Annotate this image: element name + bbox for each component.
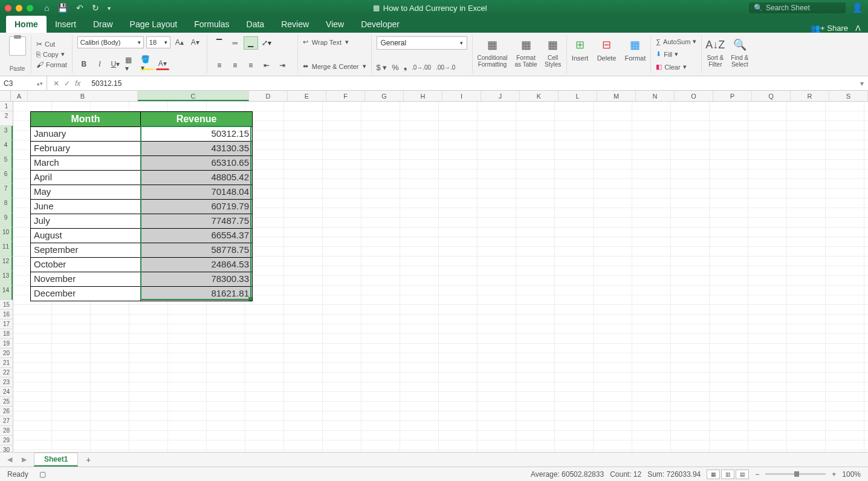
ribbon-tab-formulas[interactable]: Formulas	[186, 16, 238, 33]
row-header-18[interactable]: 18	[0, 329, 13, 339]
close-window-icon[interactable]	[5, 5, 11, 11]
ribbon-tab-review[interactable]: Review	[273, 16, 317, 33]
col-header-M[interactable]: M	[597, 91, 636, 101]
row-header-26[interactable]: 26	[0, 407, 13, 416]
align-left-icon[interactable]: ≡	[212, 59, 227, 72]
cell-month[interactable]: November	[31, 272, 141, 286]
increase-indent-icon[interactable]: ⇥	[275, 59, 290, 72]
col-header-S[interactable]: S	[829, 91, 868, 101]
autosum-button[interactable]: ∑ AutoSum ▾	[656, 36, 696, 47]
cell-revenue[interactable]: 81621.81	[141, 287, 252, 301]
format-button[interactable]: ▦Format	[624, 36, 646, 62]
col-header-C[interactable]: C	[138, 91, 249, 101]
cell-revenue[interactable]: 43130.35	[141, 142, 252, 155]
align-center-icon[interactable]: ≡	[228, 59, 242, 72]
search-sheet-input[interactable]: 🔍 Search Sheet	[749, 2, 846, 13]
row-header-23[interactable]: 23	[0, 378, 13, 387]
fill-button[interactable]: ⬇ Fill ▾	[656, 49, 696, 59]
insert-button[interactable]: ⊞Insert	[572, 36, 589, 62]
cell-revenue[interactable]: 70148.04	[141, 185, 252, 199]
cell-month[interactable]: December	[31, 287, 141, 301]
font-size-select[interactable]: 18▾	[146, 36, 170, 48]
col-header-A[interactable]: A	[11, 91, 28, 101]
name-box[interactable]: C3▴▾	[0, 76, 47, 90]
col-header-B[interactable]: B	[28, 91, 138, 101]
col-header-N[interactable]: N	[636, 91, 675, 101]
delete-button[interactable]: ⊟Delete	[597, 36, 617, 62]
row-header-9[interactable]: 9	[0, 213, 13, 227]
row-header-22[interactable]: 22	[0, 368, 13, 378]
cell-revenue[interactable]: 50312.15	[141, 127, 252, 141]
ribbon-tab-home[interactable]: Home	[6, 16, 47, 33]
row-header-21[interactable]: 21	[0, 358, 13, 368]
bold-button[interactable]: B	[77, 58, 91, 70]
cell-month[interactable]: January	[31, 127, 141, 141]
macro-record-icon[interactable]: ▢	[39, 470, 46, 479]
row-header-17[interactable]: 17	[0, 319, 13, 329]
row-header-5[interactable]: 5	[0, 155, 13, 169]
redo-icon[interactable]: ↻	[92, 3, 99, 13]
border-button[interactable]: ▦ ▾	[125, 58, 138, 70]
underline-button[interactable]: U ▾	[109, 58, 122, 70]
cell-month[interactable]: July	[31, 214, 141, 228]
formula-input[interactable]: 50312.15	[86, 79, 856, 88]
select-all-corner[interactable]	[0, 91, 11, 101]
fx-icon[interactable]: fx	[75, 79, 80, 88]
copy-button[interactable]: ⎘Copy ▾	[36, 50, 67, 59]
col-header-I[interactable]: I	[442, 91, 481, 101]
row-header-10[interactable]: 10	[0, 227, 13, 242]
currency-icon[interactable]: $ ▾	[377, 63, 387, 72]
cell-month[interactable]: April	[31, 171, 141, 185]
col-header-O[interactable]: O	[675, 91, 713, 101]
table-header-month[interactable]: Month	[31, 112, 141, 126]
row-header-25[interactable]: 25	[0, 397, 13, 407]
col-header-J[interactable]: J	[481, 91, 520, 101]
zoom-level[interactable]: 100%	[842, 470, 861, 479]
cell-revenue[interactable]: 66554.37	[141, 229, 252, 243]
paste-icon[interactable]	[9, 36, 26, 56]
enter-formula-icon[interactable]: ✓	[64, 79, 70, 88]
merge-center-button[interactable]: ⬌ Merge & Center ▾	[303, 61, 366, 72]
wrap-text-button[interactable]: ↩ Wrap Text ▾	[303, 36, 366, 48]
decrease-indent-icon[interactable]: ⇤	[259, 59, 274, 72]
number-format-select[interactable]: General▾	[377, 36, 467, 50]
home-icon[interactable]: ⌂	[44, 3, 49, 13]
ribbon-tab-view[interactable]: View	[317, 16, 352, 33]
percent-icon[interactable]: %	[392, 63, 399, 72]
conditional-formatting-button[interactable]: ▦Conditional Formatting	[478, 36, 508, 68]
zoom-out-icon[interactable]: −	[755, 470, 759, 479]
row-header-19[interactable]: 19	[0, 339, 13, 348]
sort-filter-button[interactable]: A↓ZSort & Filter	[707, 36, 724, 68]
normal-view-icon[interactable]: ▦	[707, 470, 720, 479]
col-header-G[interactable]: G	[365, 91, 404, 101]
format-as-table-button[interactable]: ▦Format as Table	[515, 36, 537, 68]
collapse-ribbon-icon[interactable]: ᐱ	[855, 24, 861, 33]
expand-formula-bar-icon[interactable]: ▾	[856, 79, 868, 88]
minimize-window-icon[interactable]	[16, 5, 22, 11]
comma-icon[interactable]: ❟	[404, 62, 407, 72]
zoom-slider[interactable]	[765, 473, 826, 475]
row-header-28[interactable]: 28	[0, 426, 13, 436]
col-header-F[interactable]: F	[326, 91, 365, 101]
row-header-14[interactable]: 14	[0, 286, 13, 300]
row-header-24[interactable]: 24	[0, 387, 13, 397]
prev-sheet-icon[interactable]: ◀	[5, 456, 15, 463]
decrease-font-icon[interactable]: A▾	[189, 36, 202, 48]
row-header-29[interactable]: 29	[0, 436, 13, 445]
row-header-15[interactable]: 15	[0, 300, 13, 310]
add-sheet-button[interactable]: +	[83, 454, 94, 465]
cell-revenue[interactable]: 65310.65	[141, 156, 252, 170]
save-icon[interactable]: 💾	[57, 3, 68, 13]
increase-font-icon[interactable]: A▴	[173, 36, 186, 48]
user-icon[interactable]: 👤	[852, 2, 863, 13]
format-painter-button[interactable]: 🖌Format	[36, 61, 67, 69]
next-sheet-icon[interactable]: ▶	[19, 456, 29, 463]
share-button[interactable]: 👥+ Share	[811, 24, 848, 33]
ribbon-tab-data[interactable]: Data	[238, 16, 273, 33]
row-header-20[interactable]: 20	[0, 348, 13, 358]
cancel-formula-icon[interactable]: ✕	[53, 79, 59, 88]
ribbon-tab-developer[interactable]: Developer	[352, 16, 408, 33]
cell-month[interactable]: March	[31, 156, 141, 170]
fill-color-button[interactable]: 🪣▾	[140, 58, 154, 70]
row-header-30[interactable]: 30	[0, 445, 13, 452]
